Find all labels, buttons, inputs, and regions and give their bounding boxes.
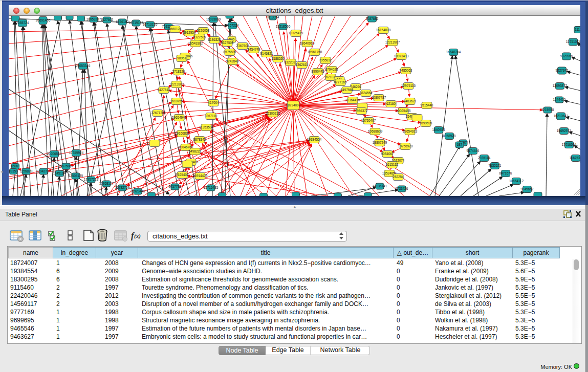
svg-text:2055724: 2055724 xyxy=(16,21,29,25)
svg-text:12213302: 12213302 xyxy=(169,82,184,86)
svg-text:19654923: 19654923 xyxy=(403,129,418,133)
svg-text:9245652: 9245652 xyxy=(521,187,534,191)
svg-text:16914479: 16914479 xyxy=(193,174,208,178)
svg-text:12505135: 12505135 xyxy=(69,174,83,178)
svg-text:9327508: 9327508 xyxy=(221,41,234,45)
svg-text:12942737: 12942737 xyxy=(36,169,51,173)
svg-text:9515440: 9515440 xyxy=(421,103,433,107)
svg-text:8575685: 8575685 xyxy=(224,50,236,54)
svg-text:13325419: 13325419 xyxy=(289,31,303,35)
svg-text:98961: 98961 xyxy=(177,56,186,60)
svg-text:10973493: 10973493 xyxy=(394,54,409,58)
svg-text:25300213: 25300213 xyxy=(266,112,280,115)
svg-text:8813054: 8813054 xyxy=(267,16,279,19)
svg-text:6497568: 6497568 xyxy=(341,88,354,92)
svg-text:9146821: 9146821 xyxy=(260,52,273,55)
svg-text:9457791: 9457791 xyxy=(169,185,182,188)
svg-text:5226058: 5226058 xyxy=(197,29,210,32)
svg-text:9463627: 9463627 xyxy=(404,99,417,103)
svg-text:16713155: 16713155 xyxy=(143,23,158,26)
svg-text:20206536: 20206536 xyxy=(47,152,62,156)
svg-text:16033809: 16033809 xyxy=(206,17,221,21)
svg-text:2367608: 2367608 xyxy=(236,44,249,48)
svg-text:10653287: 10653287 xyxy=(86,17,101,21)
svg-text:7857224: 7857224 xyxy=(226,24,239,27)
svg-text:16648784: 16648784 xyxy=(446,50,461,54)
svg-text:3215958: 3215958 xyxy=(541,108,554,112)
svg-text:14136141: 14136141 xyxy=(373,184,387,188)
svg-text:7632621: 7632621 xyxy=(489,164,502,167)
svg-text:8958928: 8958928 xyxy=(443,134,456,138)
svg-text:1588520: 1588520 xyxy=(272,57,285,60)
svg-text:10025458: 10025458 xyxy=(396,109,411,113)
svg-text:1733426: 1733426 xyxy=(396,187,408,190)
svg-text:10688609: 10688609 xyxy=(368,129,383,133)
svg-text:11353594: 11353594 xyxy=(199,125,213,129)
svg-text:12093872: 12093872 xyxy=(553,84,568,87)
svg-text:8660124: 8660124 xyxy=(169,27,182,31)
svg-text:417004: 417004 xyxy=(208,101,219,104)
svg-text:29053346: 29053346 xyxy=(76,64,91,68)
svg-text:5498222: 5498222 xyxy=(189,149,202,153)
svg-text:8471676: 8471676 xyxy=(499,171,512,175)
svg-text:21364436: 21364436 xyxy=(345,98,360,102)
svg-text:9242848: 9242848 xyxy=(226,59,239,63)
svg-text:1610755: 1610755 xyxy=(170,99,183,103)
svg-text:(x): (x) xyxy=(134,233,141,239)
svg-text:15751074: 15751074 xyxy=(566,40,580,43)
svg-text:15716485: 15716485 xyxy=(204,186,219,189)
svg-text:9777169: 9777169 xyxy=(334,80,347,84)
svg-text:1167533: 1167533 xyxy=(570,156,580,160)
svg-text:19384554: 19384554 xyxy=(307,138,322,141)
svg-text:16154808: 16154808 xyxy=(376,28,391,32)
svg-text:16782759: 16782759 xyxy=(115,186,130,189)
svg-text:15692971: 15692971 xyxy=(557,129,572,133)
svg-text:12923448: 12923448 xyxy=(130,189,145,193)
svg-text:8878342: 8878342 xyxy=(193,138,206,141)
svg-text:9474444: 9474444 xyxy=(467,149,480,152)
svg-text:1145194: 1145194 xyxy=(53,171,66,175)
svg-text:10719155: 10719155 xyxy=(129,21,144,25)
svg-text:6466160: 6466160 xyxy=(116,20,129,24)
svg-text:3824554: 3824554 xyxy=(360,91,373,95)
svg-text:10807487: 10807487 xyxy=(372,96,386,99)
svg-text:16210643: 16210643 xyxy=(554,114,569,118)
svg-text:39159: 39159 xyxy=(9,169,18,173)
svg-text:16543382: 16543382 xyxy=(188,41,203,45)
svg-text:9329966: 9329966 xyxy=(560,54,573,58)
svg-text:1615132: 1615132 xyxy=(386,163,399,166)
svg-text:2718126: 2718126 xyxy=(172,70,185,73)
svg-text:687: 687 xyxy=(457,143,463,146)
svg-text:1640954: 1640954 xyxy=(432,128,445,132)
svg-text:18807249: 18807249 xyxy=(373,141,387,144)
svg-text:2087682: 2087682 xyxy=(366,17,379,20)
svg-text:16961758: 16961758 xyxy=(308,50,322,54)
svg-text:19166825: 19166825 xyxy=(175,132,190,135)
svg-text:17359924: 17359924 xyxy=(69,151,84,155)
svg-text:8912954: 8912954 xyxy=(183,31,196,34)
svg-text:12975115: 12975115 xyxy=(401,84,416,87)
svg-text:12213967: 12213967 xyxy=(385,40,400,44)
svg-text:1244415: 1244415 xyxy=(553,98,566,101)
svg-text:62160: 62160 xyxy=(386,102,396,105)
svg-text:8454749: 8454749 xyxy=(248,48,260,51)
svg-text:9699695: 9699695 xyxy=(420,121,432,125)
svg-text:1362615: 1362615 xyxy=(296,63,309,67)
svg-text:19654945: 19654945 xyxy=(172,116,187,119)
svg-text:19756928: 19756928 xyxy=(398,144,413,148)
svg-text:9327505: 9327505 xyxy=(193,35,206,39)
svg-text:10654112: 10654112 xyxy=(509,179,524,183)
svg-text:18640910: 18640910 xyxy=(300,41,315,45)
svg-text:7625402: 7625402 xyxy=(176,173,189,177)
svg-text:8186328: 8186328 xyxy=(208,38,221,41)
svg-text:20691406: 20691406 xyxy=(36,18,51,22)
svg-text:85061: 85061 xyxy=(11,164,20,168)
svg-text:10958107: 10958107 xyxy=(99,182,114,185)
svg-text:6794028: 6794028 xyxy=(325,68,338,71)
svg-text:8990443: 8990443 xyxy=(312,70,324,73)
svg-text:7485063: 7485063 xyxy=(400,69,412,72)
svg-text:7955812: 7955812 xyxy=(319,58,332,62)
svg-text:20975867: 20975867 xyxy=(59,164,74,168)
svg-text:15720407: 15720407 xyxy=(361,119,376,122)
svg-text:1527602: 1527602 xyxy=(101,18,114,21)
